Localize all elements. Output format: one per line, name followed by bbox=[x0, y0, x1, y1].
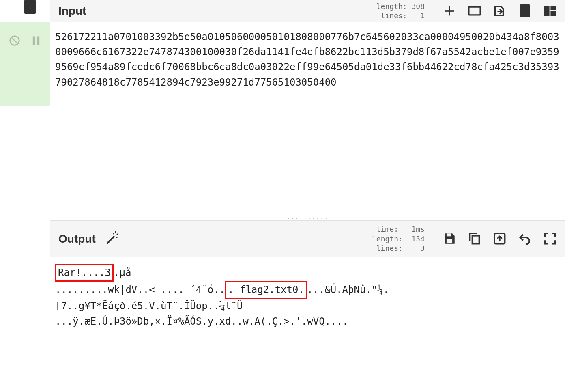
svg-rect-3 bbox=[37, 37, 39, 45]
output-pane: Output time: 1mslength: 154lines: 3 bbox=[50, 221, 565, 392]
input-text[interactable]: 526172211a0701003392b5e50a01050600005010… bbox=[50, 22, 565, 216]
copy-output-icon[interactable] bbox=[468, 232, 481, 246]
open-folder-icon[interactable] bbox=[468, 4, 481, 18]
svg-point-10 bbox=[115, 231, 116, 233]
output-line-4: ...ÿ.æE.Ú.Þ3ö»Db,×.Ï¤%ÃÓS.y.xd..w.A(.Ç.>… bbox=[55, 314, 560, 329]
svg-point-13 bbox=[116, 237, 117, 238]
disable-icon[interactable] bbox=[9, 34, 21, 47]
input-header: Input length: 308lines: 1 bbox=[50, 0, 565, 22]
output-header: Output time: 1mslength: 154lines: 3 bbox=[50, 221, 565, 257]
add-input-icon[interactable] bbox=[443, 4, 456, 18]
svg-line-1 bbox=[11, 37, 17, 44]
recipe-icon[interactable] bbox=[24, 0, 36, 14]
input-pane: Input length: 308lines: 1 526172211a0701… bbox=[50, 0, 565, 216]
operation-item[interactable] bbox=[0, 22, 50, 106]
input-title: Input bbox=[58, 4, 86, 17]
move-to-input-icon[interactable] bbox=[493, 232, 507, 246]
output-line-3: [7..g¥T*Ëáçð.é5.V.ùT¨.ÎÜop..¼l¨Ü bbox=[55, 298, 560, 314]
clear-input-icon[interactable] bbox=[518, 4, 532, 18]
maximize-icon[interactable] bbox=[543, 232, 557, 246]
highlight-rar: Rar!....3 bbox=[55, 264, 114, 282]
svg-rect-6 bbox=[469, 7, 480, 15]
output-text[interactable]: Rar!....3.µå .........wk|dV..< .... ´4¨ó… bbox=[50, 257, 565, 392]
output-line-2: .........wk|dV..< .... ´4¨ó... flag2.txt… bbox=[55, 281, 560, 298]
svg-rect-16 bbox=[472, 236, 479, 244]
svg-rect-15 bbox=[447, 239, 452, 243]
svg-rect-14 bbox=[447, 234, 451, 237]
undo-icon[interactable] bbox=[518, 232, 532, 246]
svg-rect-7 bbox=[544, 6, 550, 16]
sidebar-top bbox=[0, 0, 50, 22]
layout-toggle-icon[interactable] bbox=[543, 4, 557, 18]
svg-point-12 bbox=[113, 233, 114, 234]
pane-splitter[interactable]: • • • • • • • • • • bbox=[50, 216, 565, 221]
input-stats: length: 308lines: 1 bbox=[376, 2, 425, 21]
main-area: Input length: 308lines: 1 526172211a0701… bbox=[50, 0, 565, 392]
sidebar bbox=[0, 0, 50, 392]
svg-rect-8 bbox=[550, 6, 556, 10]
save-output-icon[interactable] bbox=[443, 232, 456, 246]
output-stats: time: 1mslength: 154lines: 3 bbox=[372, 224, 425, 253]
output-title: Output bbox=[58, 233, 96, 246]
svg-rect-9 bbox=[550, 11, 556, 16]
import-file-icon[interactable] bbox=[493, 4, 507, 18]
highlight-flag: . flag2.txt0. bbox=[225, 281, 307, 299]
pause-icon[interactable] bbox=[30, 34, 42, 47]
svg-rect-2 bbox=[32, 37, 35, 45]
magic-wand-icon[interactable] bbox=[105, 230, 119, 248]
output-line-1: Rar!....3.µå bbox=[55, 264, 560, 281]
svg-point-11 bbox=[116, 234, 118, 235]
